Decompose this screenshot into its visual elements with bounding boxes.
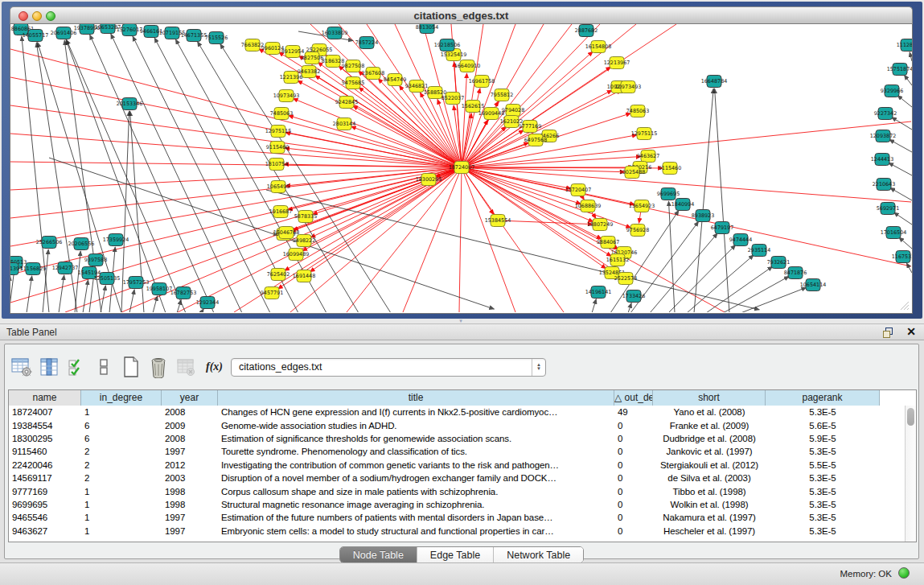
- resize-grip-icon[interactable]: [900, 301, 910, 311]
- column-header-name[interactable]: name: [9, 390, 81, 406]
- table-cell-title[interactable]: Changes of HCN gene expression and I(f) …: [218, 407, 614, 417]
- table-row[interactable]: 1830029562008Estimation of significance …: [9, 432, 905, 445]
- table-cell-pagerank[interactable]: 5.3E-5: [766, 526, 880, 536]
- graph-node[interactable]: 20153346: [117, 98, 143, 110]
- table-cell-name[interactable]: 18300295: [9, 434, 81, 443]
- table-cell-pagerank[interactable]: 5.3E-5: [766, 473, 880, 483]
- table-cell-title[interactable]: Embryonic stem cells: a model to study s…: [218, 526, 614, 536]
- table-cell-pagerank[interactable]: 5.3E-5: [766, 447, 880, 456]
- graph-node[interactable]: 12975115: [631, 128, 658, 140]
- column-header-short[interactable]: short: [653, 390, 766, 406]
- graph-node[interactable]: 15751874: [887, 64, 912, 76]
- table-cell-out_degree[interactable]: 0: [614, 513, 653, 522]
- table-cell-pagerank[interactable]: 5.3E-5: [766, 487, 880, 496]
- checklist-icon[interactable]: [64, 355, 88, 379]
- table-cell-name[interactable]: 9465546: [9, 513, 81, 522]
- table-scrollbar[interactable]: [905, 406, 916, 542]
- graph-node[interactable]: 8454749: [384, 74, 406, 86]
- table-row[interactable]: 1456911722003Disruption of a novel membe…: [9, 472, 905, 484]
- table-row[interactable]: 977716911998Corpus callosum shape and si…: [9, 484, 905, 497]
- table-cell-short[interactable]: Hescheler et al. (1997): [653, 526, 766, 536]
- table-cell-title[interactable]: Disruption of a novel member of a sodium…: [218, 473, 614, 483]
- float-panel-icon[interactable]: [882, 327, 895, 339]
- table-cell-title[interactable]: Structural magnetic resonance image aver…: [218, 500, 614, 509]
- table-cell-in_degree[interactable]: 2: [81, 473, 162, 483]
- graph-node[interactable]: 5878335: [294, 211, 317, 223]
- graph-node[interactable]: 8938923: [692, 210, 714, 222]
- graph-node[interactable]: 13654923: [629, 200, 655, 212]
- graph-node[interactable]: 12213967: [604, 57, 630, 69]
- graph-node[interactable]: 9457791: [261, 287, 283, 299]
- network-window-titlebar[interactable]: citations_edges.txt: [10, 6, 913, 24]
- table-cell-name[interactable]: 18724007: [9, 407, 81, 417]
- table-selector-dropdown[interactable]: citations_edges.txt ▲▼: [231, 358, 546, 377]
- table-cell-name[interactable]: 19384554: [9, 421, 81, 431]
- table-cell-out_degree[interactable]: 0: [614, 421, 653, 431]
- column-header-year[interactable]: year: [162, 390, 218, 406]
- table-cell-year[interactable]: 2008: [162, 434, 218, 443]
- table-settings-icon[interactable]: [10, 355, 34, 379]
- table-cell-pagerank[interactable]: 5.6E-5: [766, 421, 880, 431]
- table-cell-pagerank[interactable]: 5.3E-5: [766, 513, 880, 522]
- column-header-title[interactable]: title: [218, 390, 614, 406]
- table-cell-name[interactable]: 22420046: [9, 460, 81, 470]
- column-header-out_degree[interactable]: △ out_de…: [614, 390, 653, 406]
- table-cell-in_degree[interactable]: 1: [81, 487, 162, 496]
- graph-node[interactable]: 1840994: [671, 199, 694, 211]
- table-cell-title[interactable]: Estimation of the future numbers of pati…: [218, 513, 614, 522]
- graph-node[interactable]: 16961758: [469, 76, 495, 88]
- table-cell-short[interactable]: Nakamura et al. (1997): [653, 513, 766, 522]
- graph-node[interactable]: 9498222: [293, 235, 315, 247]
- table-cell-name[interactable]: 9777169: [9, 487, 81, 496]
- network-canvas[interactable]: 2522605598275068186328982750823676088454…: [10, 24, 913, 314]
- graph-node[interactable]: 7857224: [355, 37, 378, 49]
- network-graph[interactable]: 2522605598275068186328982750823676088454…: [10, 24, 912, 312]
- table-cell-title[interactable]: Estimation of significance thresholds fo…: [218, 434, 614, 443]
- graph-node[interactable]: 6479197: [711, 222, 733, 234]
- fx-icon[interactable]: f(x): [206, 360, 223, 373]
- column-header-in_degree[interactable]: in_degree: [81, 390, 162, 406]
- table-cell-out_degree[interactable]: 0: [614, 500, 653, 509]
- tab-node-table[interactable]: Node Table: [340, 547, 417, 562]
- table-cell-title[interactable]: Investigating the contribution of common…: [218, 460, 614, 470]
- memory-status-icon[interactable]: [898, 567, 910, 579]
- table-cell-title[interactable]: Tourette syndrome. Phenomenology and cla…: [218, 447, 614, 456]
- table-cell-year[interactable]: 1998: [162, 500, 218, 509]
- table-cell-short[interactable]: de Silva et al. (2003): [653, 473, 766, 483]
- graph-node[interactable]: 9463627: [637, 150, 659, 163]
- table-row[interactable]: 1938455462009Genome-wide association stu…: [9, 418, 905, 431]
- table-cell-year[interactable]: 1998: [162, 487, 218, 496]
- graph-node[interactable]: 17359924: [103, 234, 129, 246]
- graph-node[interactable]: 1733426: [622, 290, 645, 303]
- graph-node[interactable]: 9756928: [626, 225, 649, 237]
- table-cell-out_degree[interactable]: 49: [614, 407, 653, 417]
- scrollbar-thumb[interactable]: [907, 408, 914, 426]
- table-cell-title[interactable]: Corpus callosum shape and size in male p…: [218, 487, 614, 496]
- table-row[interactable]: 911546021997Tourette syndrome. Phenomeno…: [9, 445, 905, 458]
- table-cell-year[interactable]: 2009: [162, 421, 218, 431]
- table-cell-in_degree[interactable]: 1: [81, 526, 162, 536]
- graph-node[interactable]: 5692971: [877, 203, 899, 215]
- graph-node[interactable]: 15384554: [485, 215, 511, 227]
- table-cell-pagerank[interactable]: 5.5E-5: [766, 460, 880, 470]
- graph-node[interactable]: 10973493: [273, 90, 300, 102]
- table-cell-in_degree[interactable]: 6: [81, 421, 162, 431]
- table-cell-out_degree[interactable]: 0: [614, 526, 653, 536]
- graph-node[interactable]: 15276017: [117, 24, 143, 36]
- graph-node[interactable]: 20691406: [51, 27, 77, 39]
- graph-node[interactable]: 16154808: [585, 41, 612, 53]
- graph-node[interactable]: 9699695: [657, 188, 680, 200]
- close-panel-icon[interactable]: ✕: [906, 325, 916, 338]
- column-header-pagerank[interactable]: pagerank: [766, 390, 880, 406]
- table-cell-out_degree[interactable]: 0: [614, 434, 653, 443]
- column-edit-icon[interactable]: [37, 355, 61, 379]
- graph-node[interactable]: 17957253: [123, 277, 150, 289]
- graph-node[interactable]: 9227342: [874, 108, 897, 120]
- graph-node[interactable]: 7485063: [626, 105, 649, 117]
- table-cell-in_degree[interactable]: 6: [81, 434, 162, 443]
- table-cell-short[interactable]: Wolkin et al. (1998): [653, 500, 766, 509]
- graph-node[interactable]: 2803144: [333, 118, 355, 130]
- graph-node[interactable]: 2887682: [575, 25, 598, 37]
- table-cell-short[interactable]: Tibbo et al. (1998): [653, 487, 766, 496]
- table-cell-pagerank[interactable]: 5.9E-5: [766, 434, 880, 443]
